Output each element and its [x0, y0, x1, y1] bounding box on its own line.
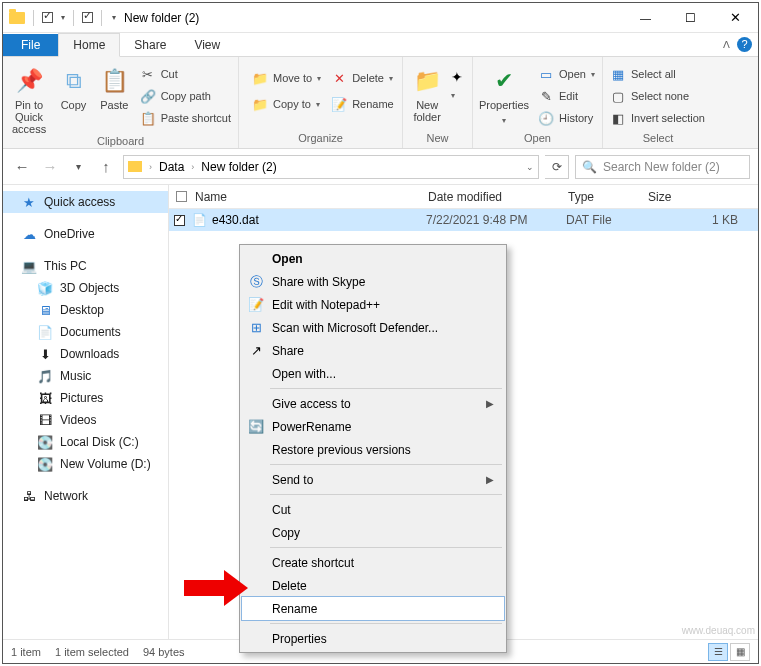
sidebar-item-c-drive[interactable]: 💽Local Disk (C:) — [3, 431, 168, 453]
column-name[interactable]: Name — [193, 190, 428, 204]
file-name: e430.dat — [212, 213, 426, 227]
refresh-button[interactable]: ⟳ — [545, 155, 569, 179]
network-icon: 🖧 — [21, 488, 37, 504]
column-size[interactable]: Size — [648, 190, 758, 204]
title-bar: ▾ ▾ New folder (2) — [3, 3, 758, 33]
forward-button[interactable]: → — [39, 156, 61, 178]
pin-to-quick-access-button[interactable]: 📌 Pin to Quick access — [7, 61, 51, 135]
address-bar: ← → ▾ ↑ › Data › New folder (2) ⌄ ⟳ 🔍 Se… — [3, 149, 758, 185]
share-icon: ↗ — [248, 343, 264, 359]
sidebar-item-videos[interactable]: 🎞Videos — [3, 409, 168, 431]
ctx-share[interactable]: ↗Share — [242, 339, 504, 362]
large-icons-view-button[interactable]: ▦ — [730, 643, 750, 661]
copy-path-button[interactable]: 🔗Copy path — [137, 87, 234, 105]
file-type: DAT File — [566, 213, 646, 227]
delete-icon: ✕ — [331, 70, 347, 86]
new-folder-button[interactable]: 📁 New folder — [407, 61, 447, 123]
sidebar-item-d-drive[interactable]: 💽New Volume (D:) — [3, 453, 168, 475]
drive-icon: 💽 — [37, 456, 53, 472]
ctx-notepad[interactable]: 📝Edit with Notepad++ — [242, 293, 504, 316]
file-date: 7/22/2021 9:48 PM — [426, 213, 566, 227]
invert-selection-button[interactable]: ◧Invert selection — [607, 109, 708, 127]
rename-button[interactable]: 📝Rename — [328, 95, 397, 113]
desktop-icon: 🖥 — [37, 302, 53, 318]
ctx-properties[interactable]: Properties — [242, 627, 504, 650]
ctx-copy[interactable]: Copy — [242, 521, 504, 544]
breadcrumb[interactable]: › Data › New folder (2) ⌄ — [123, 155, 539, 179]
recent-locations-button[interactable]: ▾ — [67, 156, 89, 178]
sidebar-item-desktop[interactable]: 🖥Desktop — [3, 299, 168, 321]
sidebar-item-music[interactable]: 🎵Music — [3, 365, 168, 387]
qat-customize-icon[interactable]: ▾ — [112, 13, 116, 22]
ctx-create-shortcut[interactable]: Create shortcut — [242, 551, 504, 574]
tab-share[interactable]: Share — [120, 34, 180, 56]
pc-icon: 💻 — [21, 258, 37, 274]
paste-button[interactable]: 📋 Paste — [96, 61, 133, 111]
paste-shortcut-button[interactable]: 📋Paste shortcut — [137, 109, 234, 127]
paste-shortcut-icon: 📋 — [140, 110, 156, 126]
search-input[interactable]: 🔍 Search New folder (2) — [575, 155, 750, 179]
ctx-defender[interactable]: ⊞Scan with Microsoft Defender... — [242, 316, 504, 339]
breadcrumb-dropdown-icon[interactable]: ⌄ — [526, 162, 534, 172]
sidebar-item-pictures[interactable]: 🖼Pictures — [3, 387, 168, 409]
breadcrumb-item[interactable]: New folder (2) — [201, 160, 276, 174]
ctx-cut[interactable]: Cut — [242, 498, 504, 521]
properties-button[interactable]: ✔ Properties — [477, 61, 531, 127]
details-view-button[interactable]: ☰ — [708, 643, 728, 661]
ctx-skype[interactable]: ⓈShare with Skype — [242, 270, 504, 293]
sidebar-item-3d-objects[interactable]: 🧊3D Objects — [3, 277, 168, 299]
up-button[interactable]: ↑ — [95, 156, 117, 178]
history-button[interactable]: 🕘History — [535, 109, 598, 127]
qat-check-1-icon[interactable] — [42, 12, 53, 23]
help-icon[interactable]: ? — [737, 37, 752, 52]
sidebar-item-onedrive[interactable]: ☁OneDrive — [3, 223, 168, 245]
open-button[interactable]: ▭Open — [535, 65, 598, 83]
watermark: www.deuaq.com — [682, 625, 755, 636]
sidebar-item-documents[interactable]: 📄Documents — [3, 321, 168, 343]
ctx-open[interactable]: Open — [242, 247, 504, 270]
tab-file[interactable]: File — [3, 34, 58, 56]
sidebar-item-downloads[interactable]: ⬇Downloads — [3, 343, 168, 365]
cut-button[interactable]: ✂Cut — [137, 65, 234, 83]
minimize-button[interactable] — [623, 3, 668, 32]
status-item-count: 1 item — [11, 646, 41, 658]
ctx-give-access[interactable]: Give access to▶ — [242, 392, 504, 415]
qat-check-2-icon[interactable] — [82, 12, 93, 23]
ctx-delete[interactable]: Delete — [242, 574, 504, 597]
move-to-button[interactable]: 📁Move to — [249, 69, 324, 87]
select-all-button[interactable]: ▦Select all — [607, 65, 708, 83]
ctx-powerrename[interactable]: 🔄PowerRename — [242, 415, 504, 438]
copy-to-button[interactable]: 📁Copy to — [249, 95, 324, 113]
delete-button[interactable]: ✕Delete — [328, 69, 397, 87]
select-none-button[interactable]: ▢Select none — [607, 87, 708, 105]
collapse-ribbon-icon[interactable]: ᐱ — [723, 39, 730, 50]
music-icon: 🎵 — [37, 368, 53, 384]
file-row[interactable]: 📄 e430.dat 7/22/2021 9:48 PM DAT File 1 … — [169, 209, 758, 231]
column-date[interactable]: Date modified — [428, 190, 568, 204]
properties-icon: ✔ — [488, 65, 520, 97]
rename-icon: 📝 — [331, 96, 347, 112]
sidebar-item-this-pc[interactable]: 💻This PC — [3, 255, 168, 277]
new-item-dropdown[interactable]: ✦ — [451, 69, 468, 101]
row-checkbox[interactable] — [174, 215, 185, 226]
navigation-pane: ★Quick access ☁OneDrive 💻This PC 🧊3D Obj… — [3, 185, 169, 639]
breadcrumb-item[interactable]: Data — [159, 160, 184, 174]
copy-path-icon: 🔗 — [140, 88, 156, 104]
invert-selection-icon: ◧ — [610, 110, 626, 126]
ctx-restore[interactable]: Restore previous versions — [242, 438, 504, 461]
ctx-open-with[interactable]: Open with... — [242, 362, 504, 385]
copy-button[interactable]: ⧉ Copy — [55, 61, 92, 111]
back-button[interactable]: ← — [11, 156, 33, 178]
maximize-button[interactable] — [668, 3, 713, 32]
tab-home[interactable]: Home — [58, 33, 120, 57]
column-type[interactable]: Type — [568, 190, 648, 204]
tab-view[interactable]: View — [180, 34, 234, 56]
ctx-rename[interactable]: Rename — [242, 597, 504, 620]
sidebar-item-network[interactable]: 🖧Network — [3, 485, 168, 507]
edit-button[interactable]: ✎Edit — [535, 87, 598, 105]
close-button[interactable] — [713, 3, 758, 32]
select-all-checkbox[interactable] — [169, 191, 193, 202]
sidebar-item-quick-access[interactable]: ★Quick access — [3, 191, 168, 213]
ctx-send-to[interactable]: Send to▶ — [242, 468, 504, 491]
qat-folder-icon — [9, 12, 25, 24]
